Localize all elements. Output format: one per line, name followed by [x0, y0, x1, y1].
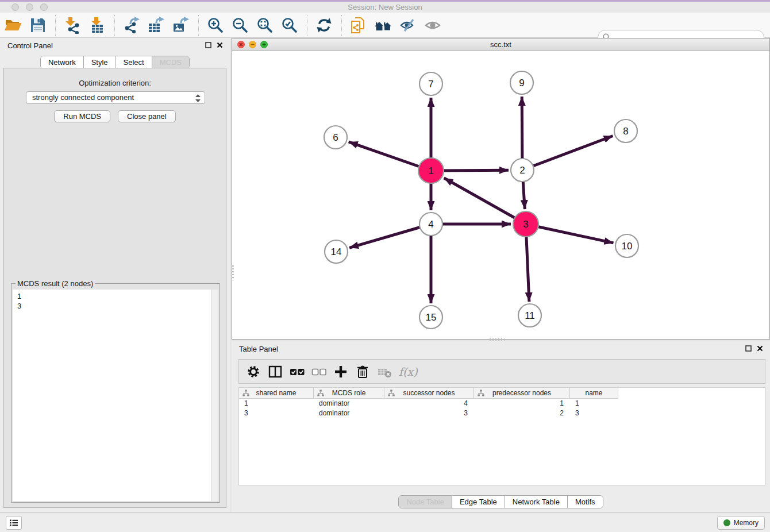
task-history-button[interactable]	[6, 516, 22, 530]
network-from-selection-button[interactable]	[349, 16, 368, 35]
function-builder-button: f(x)	[399, 365, 418, 378]
table-tabs-row: Node TableEdge TableNetwork TableMotifs	[232, 495, 770, 508]
network-canvas[interactable]: 7968124314101511	[232, 51, 769, 339]
node-4[interactable]: 4	[419, 213, 442, 236]
criterion-select[interactable]: strongly connected component	[26, 91, 205, 104]
save-session-button[interactable]	[28, 16, 48, 35]
node-15[interactable]: 15	[419, 306, 442, 329]
node-table[interactable]: shared name MCDS role successor nodes pr…	[238, 387, 765, 485]
node-label: 6	[333, 132, 338, 143]
export-network-button[interactable]	[122, 16, 141, 35]
select-all-columns-button[interactable]	[288, 363, 306, 380]
edge-3-1[interactable]	[444, 178, 526, 224]
export-image-button[interactable]	[171, 16, 191, 35]
open-session-button[interactable]	[3, 16, 23, 35]
column-header-name[interactable]: name	[570, 388, 618, 399]
tab-edge-table[interactable]: Edge Table	[452, 496, 505, 508]
show-column-panel-button[interactable]	[267, 363, 284, 380]
network-graph: 7968124314101511	[232, 51, 769, 339]
network-minimize-button[interactable]	[249, 41, 256, 48]
table-cell: dominator	[314, 399, 384, 408]
result-line: 3	[17, 301, 218, 311]
column-header-successor-nodes[interactable]: successor nodes	[384, 388, 474, 399]
minimize-window-button[interactable]	[26, 3, 33, 11]
column-header-predecessor-nodes[interactable]: predecessor nodes	[474, 388, 570, 399]
refresh-button[interactable]	[314, 16, 334, 35]
table-cell: 3	[239, 408, 314, 418]
node-10[interactable]: 10	[615, 234, 638, 257]
eye-icon	[424, 17, 441, 34]
show-hidden-button[interactable]	[423, 16, 442, 35]
table-header-row: shared name MCDS role successor nodes pr…	[239, 388, 765, 399]
import-table-icon	[88, 17, 106, 34]
import-table-button[interactable]	[87, 16, 107, 35]
network-maximize-button[interactable]	[260, 41, 268, 48]
save-floppy-icon	[30, 17, 46, 33]
node-9[interactable]: 9	[510, 71, 533, 94]
create-column-button[interactable]	[332, 363, 349, 380]
deselect-all-columns-button[interactable]	[310, 363, 328, 380]
node-2[interactable]: 2	[511, 159, 534, 182]
node-1[interactable]: 1	[418, 158, 444, 183]
maximize-window-button[interactable]	[40, 3, 48, 11]
delete-columns-button[interactable]	[354, 363, 371, 380]
node-6[interactable]: 6	[324, 126, 347, 149]
node-label: 4	[428, 219, 433, 230]
toolbar-separator	[114, 15, 115, 36]
export-table-button[interactable]	[147, 16, 166, 35]
toolbar-separator	[341, 15, 342, 36]
network-close-button[interactable]	[237, 41, 245, 48]
node-8[interactable]: 8	[614, 119, 637, 142]
edge-4-14[interactable]	[349, 224, 431, 248]
split-divider-grip-vertical[interactable]	[232, 265, 234, 280]
column-header-shared-name[interactable]: shared name	[239, 388, 314, 399]
hide-selection-button[interactable]	[398, 16, 418, 35]
run-mcds-button[interactable]: Run MCDS	[54, 110, 110, 122]
column-header-mcds-role[interactable]: MCDS role	[314, 388, 384, 399]
network-window-titlebar: scc.txt	[232, 38, 769, 51]
memory-button[interactable]: Memory	[717, 516, 765, 530]
table-options-button[interactable]	[245, 363, 262, 380]
close-panel-icon[interactable]	[757, 345, 763, 352]
edge-3-10[interactable]	[526, 224, 614, 243]
node-11[interactable]: 11	[518, 304, 541, 327]
node-label: 11	[525, 310, 535, 321]
float-panel-icon[interactable]	[205, 42, 211, 48]
mcds-result-fieldset: MCDS result (2 nodes) 13	[11, 283, 220, 503]
tab-network[interactable]: Network	[41, 56, 84, 68]
table-cell: 1	[239, 399, 314, 408]
gear-icon	[246, 364, 261, 379]
node-3[interactable]: 3	[513, 211, 538, 237]
close-window-button[interactable]	[11, 3, 19, 11]
node-label: 2	[519, 165, 525, 176]
mcds-result-list[interactable]: 13	[13, 290, 218, 501]
node-7[interactable]: 7	[419, 72, 442, 95]
split-divider-grip-horizontal[interactable]	[490, 338, 505, 341]
zoom-out-button[interactable]	[230, 16, 250, 35]
result-scrollbar[interactable]	[211, 290, 218, 501]
tab-node-table[interactable]: Node Table	[399, 496, 452, 508]
close-panel-button[interactable]: Close panel	[118, 110, 176, 122]
table-row[interactable]: 1dominator411	[239, 399, 765, 408]
table-row[interactable]: 3dominator323	[239, 408, 765, 418]
tab-select[interactable]: Select	[116, 56, 152, 68]
zoom-selected-button[interactable]	[280, 16, 299, 35]
float-panel-icon[interactable]	[745, 345, 752, 352]
edge-2-8[interactable]	[522, 136, 613, 171]
tab-mcds[interactable]: MCDS	[152, 56, 189, 68]
node-label: 8	[623, 126, 628, 137]
export-image-icon	[172, 17, 190, 34]
table-cell: dominator	[314, 408, 384, 418]
tab-motifs[interactable]: Motifs	[568, 496, 603, 508]
unchecked-boxes-icon	[311, 364, 327, 379]
close-panel-icon[interactable]	[217, 42, 223, 48]
mcds-result-title: MCDS result (2 nodes)	[16, 279, 95, 288]
tab-network-table[interactable]: Network Table	[505, 496, 568, 508]
zoom-in-button[interactable]	[206, 16, 225, 35]
zoom-fit-button[interactable]	[255, 16, 275, 35]
checked-boxes-icon	[290, 364, 305, 379]
import-network-button[interactable]	[63, 16, 82, 35]
tab-style[interactable]: Style	[84, 56, 116, 68]
node-14[interactable]: 14	[325, 240, 348, 263]
first-neighbors-button[interactable]	[374, 16, 393, 35]
